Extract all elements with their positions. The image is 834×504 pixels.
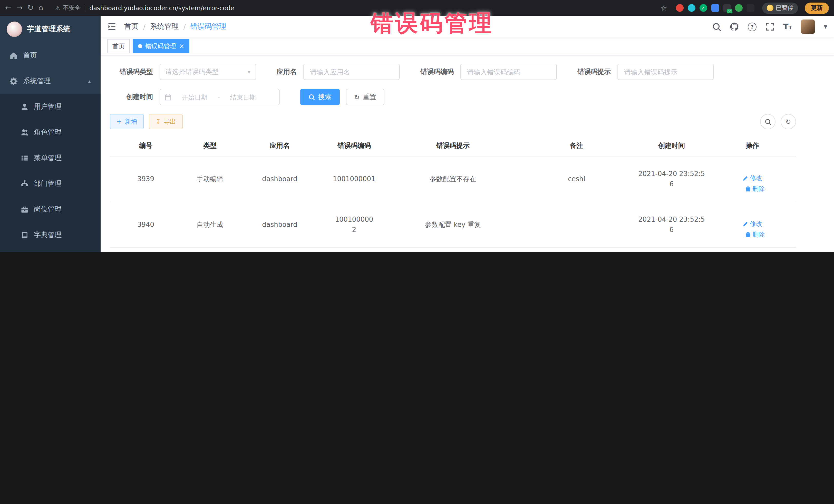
security-label: 不安全 (63, 4, 81, 12)
paused-label: 已暂停 (776, 4, 793, 12)
sidebar: 芋道管理系统 首页 系统管理 ▴ (0, 16, 101, 252)
breadcrumb-home[interactable]: 首页 (124, 22, 138, 31)
chevron-up-icon: ▴ (88, 78, 91, 84)
delete-link[interactable]: 删除 (745, 184, 765, 194)
error-hint-input-wrap (617, 64, 714, 80)
org-tree-icon (21, 180, 28, 188)
filter-code-label: 错误码编码 (420, 67, 454, 76)
error-code-table: 编号 类型 应用名 错误码编码 错误码提示 备注 创建时间 操作 (110, 135, 796, 252)
active-dot-icon (138, 44, 142, 48)
table-row: 3941 自动生成 dashboard 100100000 3 不能删除类型为系… (110, 248, 796, 252)
sidebar-item-users[interactable]: 用户管理 (0, 94, 101, 119)
export-button[interactable]: ↧ 导出 (149, 114, 183, 129)
sidebar-item-home[interactable]: 首页 (0, 43, 101, 68)
top-navbar: 首页 / 系统管理 / 错误码管理 ? (101, 16, 834, 38)
browser-update-button[interactable]: 更新 (805, 2, 829, 14)
date-range-picker[interactable]: - (160, 89, 280, 105)
show-search-button[interactable] (760, 114, 775, 129)
col-app: 应用名 (238, 135, 321, 156)
gear-icon (10, 77, 18, 85)
edit-link[interactable]: 修改 (743, 174, 762, 183)
col-remark: 备注 (519, 135, 634, 156)
screen: 错误码管理 ← → ↻ ⌂ ⚠ 不安全 dashboard.yudao.ioco… (0, 0, 834, 252)
sidebar-item-roles[interactable]: 角色管理 (0, 119, 101, 145)
extension-blue-grid-icon[interactable] (711, 4, 719, 12)
refresh-table-button[interactable]: ↻ (781, 114, 796, 129)
address-bar[interactable]: ⚠ 不安全 dashboard.yudao.iocoder.cn/system/… (55, 4, 667, 12)
home-icon (10, 51, 18, 59)
extension-leaf-icon[interactable] (735, 4, 742, 12)
browser-forward-icon[interactable]: → (16, 4, 23, 12)
extension-pin-icon[interactable] (746, 4, 754, 12)
refresh-icon: ↻ (354, 93, 360, 101)
error-type-select[interactable]: 请选择错误码类型 ▾ (160, 64, 256, 80)
extension-green-check-icon[interactable]: ✓ (699, 4, 707, 12)
help-icon[interactable]: ? (748, 22, 756, 31)
reset-button[interactable]: ↻ 重置 (346, 89, 385, 105)
avatar[interactable] (800, 20, 815, 34)
caret-down-icon[interactable]: ▼ (824, 24, 827, 29)
download-icon: ↧ (155, 118, 161, 125)
refresh-icon: ↻ (786, 118, 791, 126)
search-icon[interactable] (712, 22, 721, 31)
user-icon (21, 103, 28, 111)
sidebar-item-menus[interactable]: 菜单管理 (0, 145, 101, 171)
hamburger-icon[interactable] (107, 23, 116, 31)
table-row: 3940 自动生成 dashboard 100100000 2 参数配置 key… (110, 202, 796, 248)
fullscreen-icon[interactable] (765, 22, 774, 31)
extension-dark-on-icon[interactable]: on (723, 4, 730, 12)
plus-icon: + (116, 118, 122, 125)
bookmark-star-icon[interactable]: ☆ (660, 4, 667, 12)
menu-list-icon (21, 154, 28, 162)
app-name-input[interactable] (309, 67, 394, 76)
filter-row-2: 创建时间 - (110, 89, 796, 105)
search-button[interactable]: 搜索 (300, 89, 340, 105)
calendar-icon (165, 94, 171, 100)
sidebar-item-positions[interactable]: 岗位管理 (0, 197, 101, 222)
filter-app-label: 应用名 (277, 67, 297, 76)
tags-view-bar: 首页 错误码管理 × (101, 38, 834, 56)
security-chip[interactable]: ⚠ 不安全 (55, 4, 81, 12)
edit-link[interactable]: 修改 (743, 219, 762, 229)
tab-home[interactable]: 首页 (107, 39, 130, 53)
sidebar-item-departments[interactable]: 部门管理 (0, 171, 101, 197)
browser-home-icon[interactable]: ⌂ (38, 4, 43, 12)
col-type: 类型 (182, 135, 238, 156)
browser-reload-icon[interactable]: ↻ (27, 4, 34, 12)
github-icon[interactable] (730, 22, 739, 31)
tab-error-code[interactable]: 错误码管理 × (133, 39, 190, 53)
breadcrumb-system[interactable]: 系统管理 (150, 22, 179, 31)
table-row: 3939 手动编辑 dashboard 1001000001 参数配置不存在 c… (110, 156, 796, 202)
filter-type-label: 错误码类型 (110, 67, 153, 76)
sidebar-menu: 首页 系统管理 ▴ 用户管理 (0, 43, 101, 252)
sidebar-item-announcements[interactable]: 通知公告 (0, 248, 101, 252)
error-code-input[interactable] (466, 67, 551, 76)
col-time: 创建时间 (634, 135, 709, 156)
browser-back-icon[interactable]: ← (5, 4, 12, 12)
extension-red-icon[interactable] (676, 4, 683, 12)
col-hint: 错误码提示 (387, 135, 519, 156)
add-button[interactable]: + 新增 (110, 114, 144, 129)
dictionary-book-icon (21, 231, 28, 239)
profile-paused-chip[interactable]: 已暂停 (762, 2, 798, 14)
delete-link[interactable]: 删除 (745, 230, 765, 239)
sidebar-item-system[interactable]: 系统管理 ▴ (0, 68, 101, 94)
extension-teal-icon[interactable] (687, 4, 695, 12)
filter-hint-label: 错误码提示 (577, 67, 611, 76)
app-name-input-wrap (303, 64, 400, 80)
sidebar-logo[interactable]: 芋道管理系统 (0, 16, 101, 43)
error-hint-input[interactable] (623, 67, 708, 76)
end-date-input[interactable] (223, 93, 263, 101)
filter-time-label: 创建时间 (110, 92, 153, 102)
extension-on-badge: on (727, 9, 732, 13)
sidebar-item-dictionary[interactable]: 字典管理 (0, 222, 101, 248)
warning-icon: ⚠ (55, 4, 61, 12)
close-icon[interactable]: × (179, 43, 184, 49)
logo-image (7, 22, 22, 37)
font-size-icon[interactable]: TT (783, 22, 792, 31)
breadcrumb-error-code: 错误码管理 (191, 22, 226, 31)
start-date-input[interactable] (175, 93, 215, 101)
error-code-input-wrap (460, 64, 557, 80)
extensions-row: ✓ on (676, 4, 754, 12)
omnibox-divider (85, 4, 85, 12)
